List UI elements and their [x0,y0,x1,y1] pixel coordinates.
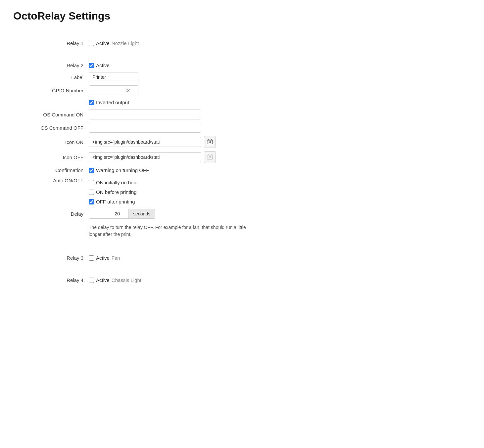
relay3-label: Relay 3 [13,247,86,263]
relay2-confirmation-checkbox[interactable] [89,168,94,173]
page-title: OctoRelay Settings [13,10,471,22]
relay2-confirmation-row: Confirmation Warning on turning OFF [13,165,471,176]
relay2-label-field: Label [13,70,86,84]
relay2-confirmation-field: Confirmation [13,165,86,176]
relay3-row: Relay 3 Active Fan [13,247,471,263]
relay2-inverted-row: Inverted output [13,97,471,108]
relay2-auto-after-label: OFF after printing [96,199,135,204]
relay2-auto-boot-label: ON initially on boot [96,180,138,185]
relay2-gpio-field: GPIO Number [13,84,86,97]
relay4-row: Relay 4 Active Chassis Light [13,269,471,285]
relay2-auto-after-checkbox[interactable] [89,199,94,204]
relay3-active-checkbox[interactable] [89,255,94,261]
relay1-name: Nozzle Light [112,40,139,46]
relay2-inverted-label: Inverted output [96,100,129,105]
relay2-os-off-row: OS Command OFF [13,121,471,134]
relay2-label-row: Label [13,70,471,84]
relay1-active-label: Active [96,40,110,46]
relay2-delay-row: Delay seconds [13,207,471,220]
relay4-name: Chassis Light [112,277,141,283]
relay2-gpio-row: GPIO Number [13,84,471,97]
relay2-auto-before-row: ON before printing [89,188,468,196]
relay2-auto-field: Auto ON/OFF [13,176,86,207]
relay2-confirmation-label: Warning on turning OFF [96,167,149,173]
relay2-auto-before-checkbox[interactable] [89,190,94,195]
relay2-os-off-field: OS Command OFF [13,121,86,134]
relay4-label: Relay 4 [13,269,86,285]
svg-rect-5 [207,155,213,159]
relay2-active-label: Active [96,63,110,68]
relay2-active-checkbox[interactable] [89,63,94,68]
relay2-os-on-row: OS Command ON [13,108,471,121]
relay2-delay-wrapper: seconds [89,209,155,219]
relay1-label: Relay 1 [13,32,86,48]
relay2-icon-off-input[interactable] [89,152,201,162]
relay3-active-label: Active [96,255,110,261]
relay2-icon-on-preview [204,136,216,148]
relay1-active-checkbox[interactable] [89,41,94,46]
relay2-icon-off-field: Icon OFF [13,150,86,165]
relay2-os-on-input[interactable] [89,110,201,119]
relay2-help-text: The delay to turn the relay OFF. For exa… [89,222,254,239]
svg-point-1 [209,141,211,143]
relay2-gpio-input[interactable] [89,85,138,95]
relay2-icon-off-row: Icon OFF [13,150,471,165]
relay2-active-row: Relay 2 Active [13,54,471,70]
relay2-icon-on-field: Icon ON [13,134,86,150]
svg-point-6 [209,156,211,158]
relay2-label-input[interactable] [89,72,138,82]
relay2-icon-on-input[interactable] [89,137,201,147]
relay4-active-checkbox[interactable] [89,278,94,283]
relay2-help-row: The delay to turn the relay OFF. For exa… [13,220,471,241]
svg-rect-0 [207,140,213,144]
relay2-icon-off-preview [204,151,216,163]
relay2-inverted-checkbox[interactable] [89,100,94,105]
relay2-delay-unit: seconds [128,209,155,219]
relay2-delay-field: Delay [13,207,86,220]
relay2-auto-after-row: OFF after printing [89,198,468,205]
relay2-auto-row: Auto ON/OFF ON initially on boot ON befo… [13,176,471,207]
relay2-label: Relay 2 [13,54,86,70]
relay4-active-label: Active [96,277,110,283]
relay2-os-off-input[interactable] [89,123,201,133]
relay2-auto-before-label: ON before printing [96,189,137,195]
relay2-icon-on-row: Icon ON [13,134,471,150]
relay3-name: Fan [112,255,120,261]
relay2-auto-boot-row: ON initially on boot [89,179,468,186]
relay2-os-on-field: OS Command ON [13,108,86,121]
relay1-row: Relay 1 Active Nozzle Light [13,32,471,48]
relay2-auto-boot-checkbox[interactable] [89,180,94,185]
relay2-delay-input[interactable] [89,209,128,219]
